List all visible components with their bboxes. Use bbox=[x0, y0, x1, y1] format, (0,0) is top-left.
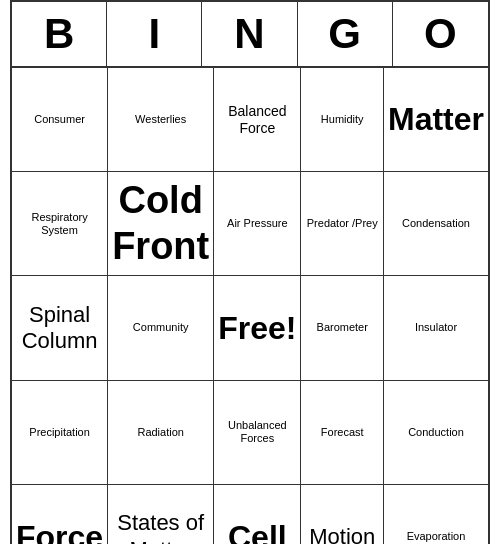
bingo-cell-22[interactable]: Cell bbox=[214, 485, 301, 544]
header-letter-o: O bbox=[393, 2, 488, 66]
bingo-cell-1[interactable]: Westerlies bbox=[108, 68, 214, 172]
bingo-cell-15[interactable]: Precipitation bbox=[12, 381, 108, 485]
bingo-cell-2[interactable]: Balanced Force bbox=[214, 68, 301, 172]
bingo-cell-10[interactable]: Spinal Column bbox=[12, 276, 108, 380]
bingo-cell-text-7: Air Pressure bbox=[227, 217, 288, 230]
header-letter-i: I bbox=[107, 2, 202, 66]
bingo-header: BINGO bbox=[12, 2, 488, 68]
bingo-cell-text-20: Force bbox=[16, 518, 103, 544]
bingo-cell-text-5: Respiratory System bbox=[16, 211, 103, 237]
header-letter-n: N bbox=[202, 2, 297, 66]
bingo-cell-14[interactable]: Insulator bbox=[384, 276, 488, 380]
bingo-cell-text-8: Predator /Prey bbox=[307, 217, 378, 230]
bingo-cell-9[interactable]: Condensation bbox=[384, 172, 488, 276]
bingo-cell-text-23: Motion bbox=[309, 524, 375, 544]
bingo-cell-23[interactable]: Motion bbox=[301, 485, 384, 544]
bingo-cell-text-11: Community bbox=[133, 321, 189, 334]
bingo-cell-17[interactable]: Unbalanced Forces bbox=[214, 381, 301, 485]
header-letter-g: G bbox=[298, 2, 393, 66]
bingo-cell-11[interactable]: Community bbox=[108, 276, 214, 380]
header-letter-b: B bbox=[12, 2, 107, 66]
bingo-cell-text-10: Spinal Column bbox=[16, 302, 103, 355]
bingo-cell-4[interactable]: Matter bbox=[384, 68, 488, 172]
bingo-cell-text-22: Cell bbox=[228, 518, 287, 544]
bingo-cell-0[interactable]: Consumer bbox=[12, 68, 108, 172]
bingo-cell-6[interactable]: Cold Front bbox=[108, 172, 214, 276]
bingo-cell-19[interactable]: Conduction bbox=[384, 381, 488, 485]
bingo-cell-7[interactable]: Air Pressure bbox=[214, 172, 301, 276]
bingo-cell-3[interactable]: Humidity bbox=[301, 68, 384, 172]
bingo-cell-text-13: Barometer bbox=[317, 321, 368, 334]
bingo-cell-text-2: Balanced Force bbox=[218, 103, 296, 137]
bingo-cell-text-15: Precipitation bbox=[29, 426, 90, 439]
bingo-cell-text-1: Westerlies bbox=[135, 113, 186, 126]
bingo-cell-text-21: States of Matter bbox=[112, 510, 209, 544]
bingo-cell-16[interactable]: Radiation bbox=[108, 381, 214, 485]
bingo-card: BINGO ConsumerWesterliesBalanced ForceHu… bbox=[10, 0, 490, 544]
bingo-cell-18[interactable]: Forecast bbox=[301, 381, 384, 485]
bingo-cell-text-4: Matter bbox=[388, 100, 484, 138]
bingo-cell-21[interactable]: States of Matter bbox=[108, 485, 214, 544]
bingo-cell-text-0: Consumer bbox=[34, 113, 85, 126]
bingo-cell-text-24: Evaporation bbox=[407, 530, 466, 543]
bingo-cell-12[interactable]: Free! bbox=[214, 276, 301, 380]
bingo-cell-text-3: Humidity bbox=[321, 113, 364, 126]
bingo-cell-24[interactable]: Evaporation bbox=[384, 485, 488, 544]
bingo-cell-text-16: Radiation bbox=[137, 426, 183, 439]
bingo-cell-text-9: Condensation bbox=[402, 217, 470, 230]
bingo-cell-5[interactable]: Respiratory System bbox=[12, 172, 108, 276]
bingo-cell-text-12: Free! bbox=[218, 309, 296, 347]
bingo-grid: ConsumerWesterliesBalanced ForceHumidity… bbox=[12, 68, 488, 544]
bingo-cell-text-17: Unbalanced Forces bbox=[218, 419, 296, 445]
bingo-cell-13[interactable]: Barometer bbox=[301, 276, 384, 380]
bingo-cell-text-19: Conduction bbox=[408, 426, 464, 439]
bingo-cell-text-14: Insulator bbox=[415, 321, 457, 334]
bingo-cell-text-18: Forecast bbox=[321, 426, 364, 439]
bingo-cell-8[interactable]: Predator /Prey bbox=[301, 172, 384, 276]
bingo-cell-text-6: Cold Front bbox=[112, 178, 209, 269]
bingo-cell-20[interactable]: Force bbox=[12, 485, 108, 544]
